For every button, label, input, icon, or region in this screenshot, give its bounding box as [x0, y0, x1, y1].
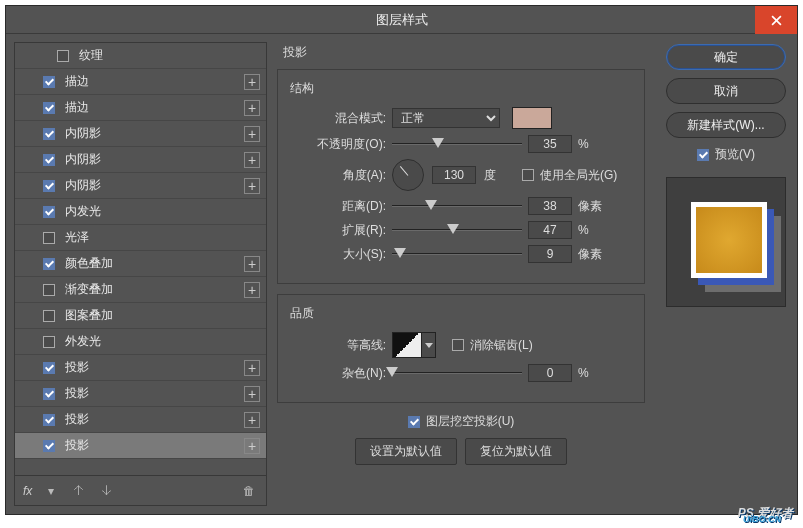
spread-slider[interactable]: [392, 222, 522, 238]
make-default-button[interactable]: 设置为默认值: [355, 438, 457, 465]
chevron-down-icon[interactable]: ▾: [42, 482, 60, 500]
opacity-input[interactable]: [528, 135, 572, 153]
right-panel: 确定 取消 新建样式(W)... 预览(V): [655, 34, 797, 514]
add-effect-button[interactable]: +: [244, 126, 260, 142]
blend-mode-label: 混合模式:: [290, 110, 386, 127]
titlebar: 图层样式: [6, 6, 797, 34]
effect-label: 内阴影: [65, 177, 244, 194]
effect-label: 外发光: [65, 333, 260, 350]
effect-label: 图案叠加: [65, 307, 260, 324]
effect-row[interactable]: 投影+: [15, 355, 266, 381]
effect-row[interactable]: 光泽: [15, 225, 266, 251]
effect-row[interactable]: 投影+: [15, 433, 266, 459]
add-effect-button[interactable]: +: [244, 412, 260, 428]
effect-row[interactable]: 渐变叠加+: [15, 277, 266, 303]
watermark: PS 爱好者 UiBO.CN: [738, 503, 793, 522]
effect-label: 投影: [65, 359, 244, 376]
effect-row[interactable]: 内阴影+: [15, 147, 266, 173]
size-slider[interactable]: [392, 246, 522, 262]
angle-input[interactable]: [432, 166, 476, 184]
distance-unit: 像素: [578, 198, 608, 215]
arrow-up-icon[interactable]: 🡡: [70, 482, 88, 500]
spread-unit: %: [578, 223, 608, 237]
noise-slider[interactable]: [392, 365, 522, 381]
effect-checkbox[interactable]: [43, 440, 55, 452]
add-effect-button[interactable]: +: [244, 386, 260, 402]
preview-thumbnail: [666, 177, 786, 307]
effect-checkbox[interactable]: [43, 258, 55, 270]
arrow-down-icon[interactable]: 🡣: [98, 482, 116, 500]
effect-label: 投影: [65, 385, 244, 402]
global-light-checkbox[interactable]: 使用全局光(G): [522, 167, 617, 184]
effect-checkbox[interactable]: [43, 336, 55, 348]
effect-label: 光泽: [65, 229, 260, 246]
shadow-color-swatch[interactable]: [512, 107, 552, 129]
contour-dropdown[interactable]: [422, 332, 436, 358]
size-unit: 像素: [578, 246, 608, 263]
effect-checkbox[interactable]: [43, 206, 55, 218]
effect-checkbox[interactable]: [43, 362, 55, 374]
effect-checkbox[interactable]: [43, 128, 55, 140]
add-effect-button[interactable]: +: [244, 256, 260, 272]
angle-unit: 度: [484, 167, 514, 184]
effect-checkbox[interactable]: [43, 154, 55, 166]
window-title: 图层样式: [376, 11, 428, 29]
effect-checkbox[interactable]: [43, 284, 55, 296]
effect-checkbox[interactable]: [43, 388, 55, 400]
new-style-button[interactable]: 新建样式(W)...: [666, 112, 786, 138]
effect-row[interactable]: 描边+: [15, 95, 266, 121]
antialias-checkbox[interactable]: 消除锯齿(L): [452, 337, 533, 354]
close-icon: [771, 15, 782, 26]
quality-group: 品质 等高线: 消除锯齿(L) 杂色(N): %: [277, 294, 645, 403]
effect-row[interactable]: 颜色叠加+: [15, 251, 266, 277]
blend-mode-select[interactable]: 正常: [392, 108, 500, 128]
add-effect-button[interactable]: +: [244, 360, 260, 376]
knockout-checkbox[interactable]: 图层挖空投影(U): [408, 413, 515, 430]
effect-checkbox[interactable]: [43, 102, 55, 114]
quality-title: 品质: [290, 305, 632, 322]
add-effect-button[interactable]: +: [244, 152, 260, 168]
effect-row[interactable]: 投影+: [15, 381, 266, 407]
trash-icon[interactable]: 🗑: [240, 482, 258, 500]
effect-row[interactable]: 外发光: [15, 329, 266, 355]
add-effect-button[interactable]: +: [244, 100, 260, 116]
effect-row[interactable]: 内阴影+: [15, 173, 266, 199]
add-effect-button[interactable]: +: [244, 282, 260, 298]
ok-button[interactable]: 确定: [666, 44, 786, 70]
effect-checkbox[interactable]: [43, 232, 55, 244]
effect-row[interactable]: 内发光: [15, 199, 266, 225]
effect-row[interactable]: 描边+: [15, 69, 266, 95]
angle-dial[interactable]: [392, 159, 424, 191]
distance-slider[interactable]: [392, 198, 522, 214]
effect-checkbox[interactable]: [43, 310, 55, 322]
add-effect-button[interactable]: +: [244, 438, 260, 454]
effect-label: 纹理: [79, 47, 260, 64]
effect-checkbox[interactable]: [57, 50, 69, 62]
effect-checkbox[interactable]: [43, 180, 55, 192]
size-input[interactable]: [528, 245, 572, 263]
effect-label: 投影: [65, 411, 244, 428]
add-effect-button[interactable]: +: [244, 178, 260, 194]
effect-row[interactable]: 纹理: [15, 43, 266, 69]
close-button[interactable]: [755, 6, 797, 34]
preview-label: 预览(V): [715, 146, 755, 163]
contour-picker[interactable]: [392, 332, 422, 358]
effect-row[interactable]: 投影+: [15, 407, 266, 433]
effect-checkbox[interactable]: [43, 414, 55, 426]
reset-default-button[interactable]: 复位为默认值: [465, 438, 567, 465]
spread-input[interactable]: [528, 221, 572, 239]
sidebar-footer: fx ▾ 🡡 🡣 🗑: [15, 475, 266, 505]
effect-row[interactable]: 内阴影+: [15, 121, 266, 147]
effect-checkbox[interactable]: [43, 76, 55, 88]
effect-row[interactable]: 图案叠加: [15, 303, 266, 329]
add-effect-button[interactable]: +: [244, 74, 260, 90]
fx-menu-button[interactable]: fx: [23, 484, 32, 498]
distance-input[interactable]: [528, 197, 572, 215]
opacity-label: 不透明度(O):: [290, 136, 386, 153]
cancel-button[interactable]: 取消: [666, 78, 786, 104]
opacity-slider[interactable]: [392, 136, 522, 152]
effect-label: 描边: [65, 99, 244, 116]
noise-input[interactable]: [528, 364, 572, 382]
effect-label: 内阴影: [65, 151, 244, 168]
preview-checkbox[interactable]: 预览(V): [697, 146, 755, 163]
